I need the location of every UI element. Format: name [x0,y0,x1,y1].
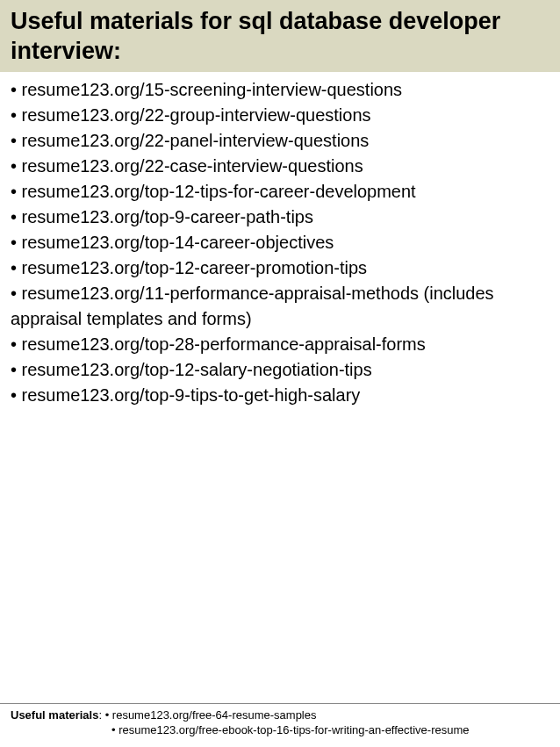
footer: Useful materials: • resume123.org/free-6… [0,703,560,738]
footer-line-1: Useful materials: • resume123.org/free-6… [11,707,549,723]
list-item: • resume123.org/top-9-career-path-tips [11,205,549,230]
list-item: • resume123.org/top-12-tips-for-career-d… [11,179,549,205]
footer-label: Useful materials [11,708,98,722]
list-item: • resume123.org/22-group-interview-quest… [11,103,549,128]
header: Useful materials for sql database develo… [0,0,560,72]
list-item: • resume123.org/top-12-salary-negotiatio… [11,357,549,383]
list-item: • resume123.org/22-panel-interview-quest… [11,128,549,154]
list-item: • resume123.org/top-12-career-promotion-… [11,255,549,281]
list-item: • resume123.org/top-14-career-objectives [11,230,549,255]
list-item: • resume123.org/top-9-tips-to-get-high-s… [11,383,549,408]
list-item: • resume123.org/15-screening-interview-q… [11,77,549,103]
footer-line-2: • resume123.org/free-ebook-top-16-tips-f… [11,722,549,738]
list-item: • resume123.org/11-performance-appraisal… [11,281,549,332]
content-list: • resume123.org/15-screening-interview-q… [0,72,560,408]
page-title: Useful materials for sql database develo… [11,7,549,67]
list-item: • resume123.org/top-28-performance-appra… [11,332,549,357]
list-item: • resume123.org/22-case-interview-questi… [11,154,549,179]
footer-text-1: : • resume123.org/free-64-resume-samples [98,708,316,722]
